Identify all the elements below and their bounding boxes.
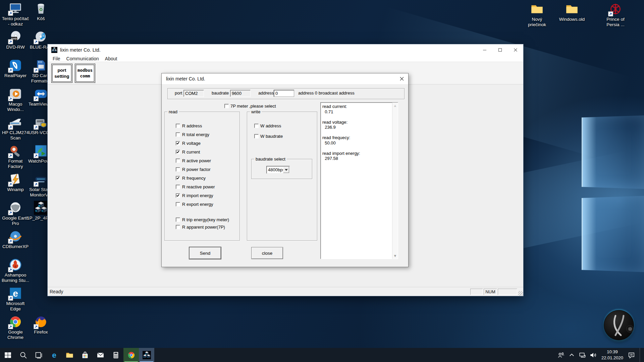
seven-p-checkbox[interactable] bbox=[224, 104, 229, 108]
screen-overlay-widget[interactable] bbox=[604, 310, 634, 340]
action-center-icon[interactable] bbox=[628, 351, 635, 359]
read-r-address-checkbox[interactable] bbox=[176, 124, 180, 128]
speaker-icon[interactable] bbox=[589, 351, 597, 359]
close-button[interactable] bbox=[508, 44, 523, 56]
read-r-frequency-checkbox[interactable] bbox=[176, 176, 180, 180]
baudrate-select-groupbox: baudrate select 4800bps bbox=[251, 159, 312, 179]
desktop-icon[interactable]: Format Factory bbox=[1, 144, 30, 170]
desktop-icon-label: Winamp bbox=[1, 187, 30, 192]
read-r-total-energy-checkbox[interactable] bbox=[176, 132, 180, 137]
read-r-frequency-label: R frequency bbox=[182, 176, 206, 181]
desktop-icon[interactable]: Firefox bbox=[27, 315, 55, 335]
realplayer-icon bbox=[8, 58, 22, 72]
address-field[interactable]: 0 bbox=[274, 90, 294, 97]
taskbar-calculator-button[interactable] bbox=[108, 348, 123, 362]
write-group-label: write bbox=[250, 109, 262, 114]
read-group-label: read bbox=[167, 109, 179, 114]
toolbar-button-label: comm bbox=[80, 73, 90, 79]
read-r-active-power-checkbox[interactable] bbox=[176, 159, 180, 163]
desktop-icon[interactable]: 6Ashampoo Burning Stu... bbox=[1, 258, 30, 284]
menu-file[interactable]: File bbox=[50, 56, 63, 61]
port-field[interactable]: COM2 bbox=[183, 90, 204, 97]
dialog-titlebar[interactable]: lixin meter Co. Ltd. bbox=[162, 73, 408, 84]
results-text: read current: 0.71 read voltage: 236.9 r… bbox=[322, 104, 391, 161]
desktop-icon[interactable]: Google Chrome bbox=[1, 315, 30, 341]
write-w-baudrate-checkbox[interactable] bbox=[254, 134, 259, 138]
start-button[interactable] bbox=[0, 348, 15, 362]
svg-text:C: C bbox=[36, 210, 37, 212]
taskbar-mail-button[interactable] bbox=[93, 348, 108, 362]
chevron-up-icon[interactable] bbox=[568, 351, 576, 359]
task-view-button[interactable] bbox=[31, 348, 46, 362]
desktop-icon[interactable]: Prince of Persia ... bbox=[601, 2, 630, 28]
baudrate-dropdown[interactable]: 4800bps bbox=[266, 166, 290, 174]
taskbar-clock[interactable]: 10:39 22.01.2020 bbox=[600, 349, 625, 361]
send-button[interactable]: Send bbox=[189, 247, 221, 259]
desktop-icon[interactable]: Windows.old bbox=[558, 2, 586, 22]
desktop-icon[interactable]: Winamp bbox=[1, 172, 30, 192]
svg-text:♻: ♻ bbox=[39, 7, 43, 12]
shortcut-arrow-icon bbox=[8, 96, 13, 101]
show-desktop-strip[interactable] bbox=[640, 348, 641, 362]
desktop-icon[interactable]: DVDDVD-RW bbox=[1, 30, 30, 50]
people-icon[interactable] bbox=[557, 351, 565, 359]
desktop-icon[interactable]: ♻Kôš bbox=[27, 1, 55, 21]
read-r-current-label: R current bbox=[182, 149, 200, 155]
winamp-icon bbox=[8, 172, 22, 186]
menubar: FileCommunicationAbout bbox=[48, 56, 523, 62]
modbus-comm-button[interactable]: modbuscomm bbox=[75, 64, 95, 83]
taskbar-edge-button[interactable]: e bbox=[46, 348, 62, 362]
menu-about[interactable]: About bbox=[102, 56, 120, 61]
write-w-address-checkbox[interactable] bbox=[254, 124, 259, 128]
desktop-icon[interactable]: Nový priečinok bbox=[523, 2, 551, 28]
read-r-reactive-power-checkbox[interactable] bbox=[176, 185, 180, 189]
desktop-icon[interactable]: Macgo Windo... bbox=[1, 87, 30, 113]
read-r-power-factor-checkbox[interactable] bbox=[176, 167, 180, 172]
baudrate-label: baudrate bbox=[212, 90, 229, 96]
start-icon bbox=[4, 351, 12, 359]
network-icon[interactable] bbox=[579, 351, 586, 359]
taskbar-file-explorer-button[interactable] bbox=[62, 348, 77, 362]
results-scrollbar[interactable]: ▲ ▼ bbox=[392, 103, 398, 259]
resize-grip[interactable] bbox=[518, 291, 523, 296]
search-button[interactable] bbox=[15, 348, 31, 362]
taskbar-chrome-button[interactable] bbox=[123, 348, 139, 362]
overlay-gear-icon[interactable] bbox=[626, 325, 634, 333]
taskbar-lixin-meter-button[interactable]: MCC bbox=[139, 348, 154, 362]
desktop-icon[interactable]: Tento počítač - odkaz bbox=[1, 1, 30, 27]
recycle-icon: ♻ bbox=[34, 1, 48, 15]
port-setting-button[interactable]: portsetting bbox=[51, 64, 72, 83]
read-r-apparent-power-7p--checkbox[interactable] bbox=[176, 225, 180, 229]
desktop-icon[interactable]: HP CLJM274 Scan bbox=[1, 115, 30, 141]
pop-icon bbox=[608, 2, 623, 16]
desktop-icon[interactable]: eMicrosoft Edge bbox=[1, 286, 30, 312]
app-titlebar[interactable]: MCC lixin meter Co. Ltd. bbox=[48, 44, 523, 56]
minimize-button[interactable] bbox=[477, 44, 492, 56]
desktop-icon-label: Windows.old bbox=[558, 17, 586, 22]
desktop-icon-label: HP CLJM274 Scan bbox=[1, 130, 30, 141]
baudrate-field[interactable]: 9600 bbox=[230, 90, 251, 97]
toolbar-button-label: setting bbox=[54, 73, 69, 79]
port-label: port bbox=[175, 90, 182, 96]
desktop-icon[interactable]: Google Earth Pro bbox=[1, 201, 30, 227]
read-r-trip-energy-key-meter--checkbox[interactable] bbox=[176, 218, 180, 222]
read-r-voltage-checkbox[interactable] bbox=[176, 141, 180, 145]
taskbar-store-button[interactable] bbox=[77, 348, 93, 362]
dialog-close-icon[interactable] bbox=[399, 76, 404, 81]
results-panel[interactable]: read current: 0.71 read voltage: 236.9 r… bbox=[320, 102, 398, 259]
dropdown-arrow-icon[interactable] bbox=[283, 167, 289, 173]
desktop-icon[interactable]: CDBurnerXP bbox=[1, 229, 30, 249]
scroll-up-icon[interactable]: ▲ bbox=[392, 104, 398, 108]
svg-text:M: M bbox=[145, 353, 147, 355]
read-r-current-checkbox[interactable] bbox=[176, 150, 180, 154]
desktop-icon[interactable]: RealPlayer bbox=[1, 58, 30, 78]
maximize-button[interactable] bbox=[492, 44, 508, 56]
shortcut-arrow-icon bbox=[8, 39, 13, 44]
scroll-down-icon[interactable]: ▼ bbox=[392, 254, 398, 258]
read-r-import-energy-checkbox[interactable] bbox=[176, 193, 180, 198]
shortcut-arrow-icon bbox=[8, 324, 13, 329]
menu-communication[interactable]: Communication bbox=[63, 56, 102, 61]
read-r-export-energy-checkbox[interactable] bbox=[176, 202, 180, 206]
system-tray: 10:39 22.01.2020 bbox=[557, 348, 641, 362]
dialog-close-button[interactable]: close bbox=[251, 247, 283, 259]
